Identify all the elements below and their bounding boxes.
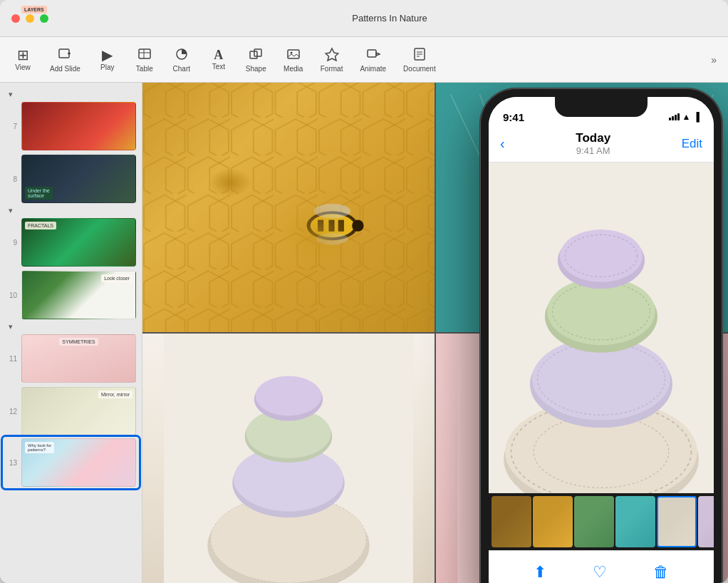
wifi-icon: ▲ bbox=[682, 112, 691, 122]
svg-rect-11 bbox=[368, 50, 376, 57]
fullscreen-button[interactable] bbox=[40, 14, 48, 23]
slide-group-11: ▾ 11 SYMMETRIES bbox=[3, 321, 139, 384]
document-icon bbox=[412, 47, 427, 63]
shape-icon bbox=[249, 47, 263, 63]
main-content: ▾ 7 LAYERS 8 Under thesurface bbox=[0, 83, 728, 583]
format-button[interactable]: Format bbox=[313, 43, 350, 77]
chevron-down-icon: ▾ bbox=[9, 90, 13, 99]
slide-item-11[interactable]: 11 SYMMETRIES bbox=[3, 333, 139, 384]
iphone-notch bbox=[555, 97, 648, 117]
document-button[interactable]: Document bbox=[396, 43, 443, 77]
toolbar-more-button[interactable]: » bbox=[705, 48, 722, 71]
thumbnail-6[interactable] bbox=[698, 496, 714, 547]
format-label: Format bbox=[321, 65, 343, 73]
iphone-edit-button[interactable]: Edit bbox=[682, 137, 702, 151]
chart-label: Chart bbox=[173, 65, 190, 73]
svg-point-20 bbox=[307, 211, 358, 240]
thumbnail-5-selected[interactable] bbox=[657, 496, 697, 547]
signal-bars bbox=[669, 113, 680, 120]
iphone-screen: 9:41 ▲ ▐ bbox=[489, 97, 714, 583]
iphone-nav-bar: ‹ Today 9:41 AM Edit bbox=[489, 128, 714, 162]
svg-point-48 bbox=[256, 376, 322, 416]
view-icon: ⊞ bbox=[17, 48, 29, 62]
slide-number-8: 8 bbox=[6, 175, 17, 183]
slide-thumbnail-13: Why look forpatterns? bbox=[21, 438, 136, 487]
svg-point-21 bbox=[311, 214, 355, 237]
iphone-frame: 9:41 ▲ ▐ bbox=[480, 88, 722, 583]
document-label: Document bbox=[403, 65, 436, 73]
battery-icon: ▐ bbox=[693, 112, 700, 122]
slide-group-header-9: ▾ bbox=[3, 205, 139, 217]
media-button[interactable]: Media bbox=[276, 43, 311, 77]
add-slide-button[interactable]: Add Slide bbox=[43, 43, 88, 77]
play-button[interactable]: ▶ Play bbox=[90, 43, 125, 76]
thumbnail-1[interactable] bbox=[492, 496, 531, 547]
slide-number-9: 9 bbox=[6, 239, 17, 247]
view-button[interactable]: ⊞ View bbox=[6, 43, 40, 76]
signal-bar-3 bbox=[675, 115, 677, 120]
iphone-device: 9:41 ▲ ▐ bbox=[480, 88, 722, 577]
slide-number-12: 12 bbox=[6, 408, 17, 416]
traffic-lights bbox=[11, 14, 48, 23]
slide-thumbnail-10: Look closer bbox=[21, 271, 136, 319]
slide-thumbnail-9: FRACTALS bbox=[21, 218, 136, 267]
table-button[interactable]: Table bbox=[128, 43, 162, 77]
play-label: Play bbox=[100, 63, 114, 71]
slide-item-9[interactable]: 9 FRACTALS bbox=[3, 217, 139, 268]
close-button[interactable] bbox=[11, 14, 20, 23]
slide-item-12[interactable]: 12 Mirror, mirror bbox=[3, 386, 139, 437]
slide-group-9: ▾ 9 FRACTALS bbox=[3, 205, 139, 268]
heart-button[interactable]: ♡ bbox=[593, 563, 607, 582]
share-button[interactable]: ⬆ bbox=[534, 563, 546, 582]
add-slide-label: Add Slide bbox=[50, 65, 80, 73]
slide-thumbnail-11: SYMMETRIES bbox=[21, 334, 136, 383]
back-chevron-icon: ‹ bbox=[500, 135, 505, 152]
slide-item-10[interactable]: 10 Look closer bbox=[3, 269, 139, 321]
slide-number-10: 10 bbox=[6, 292, 17, 299]
thumbnail-2[interactable] bbox=[533, 496, 573, 547]
slide-item-13[interactable]: 13 Why look forpatterns? bbox=[3, 437, 139, 488]
media-icon bbox=[286, 47, 301, 63]
canvas-quadrant-honeycomb bbox=[142, 83, 435, 332]
animate-icon bbox=[366, 47, 380, 63]
svg-rect-24 bbox=[338, 220, 344, 231]
svg-rect-9 bbox=[288, 50, 299, 58]
svg-rect-18 bbox=[142, 83, 435, 332]
slide-thumbnail-8: Under thesurface bbox=[21, 155, 136, 203]
title-bar: Patterns In Nature bbox=[0, 0, 728, 37]
thumbnail-3[interactable] bbox=[574, 496, 614, 547]
slide-number-13: 13 bbox=[6, 459, 17, 467]
svg-point-26 bbox=[314, 204, 350, 219]
svg-rect-7 bbox=[250, 51, 257, 58]
minimize-button[interactable] bbox=[26, 14, 34, 23]
iphone-nav-title: Today bbox=[576, 131, 610, 145]
slide-item-8[interactable]: 8 Under thesurface bbox=[3, 153, 139, 205]
slide-thumbnail-12: Mirror, mirror bbox=[21, 387, 136, 435]
shape-button[interactable]: Shape bbox=[239, 43, 274, 77]
signal-bar-1 bbox=[669, 118, 671, 120]
text-button[interactable]: A Text bbox=[202, 44, 236, 75]
svg-point-27 bbox=[316, 233, 348, 244]
slide-number-11: 11 bbox=[6, 355, 17, 363]
thumbnail-4[interactable] bbox=[615, 496, 655, 547]
back-button[interactable]: ‹ bbox=[500, 135, 505, 152]
slide-item-7[interactable]: 7 LAYERS bbox=[3, 100, 139, 152]
iphone-nav-subtitle: 9:41 AM bbox=[576, 145, 610, 156]
chart-button[interactable]: Chart bbox=[165, 43, 199, 77]
view-label: View bbox=[15, 63, 31, 71]
add-slide-icon bbox=[58, 47, 72, 63]
iphone-bottom-toolbar: ⬆ ♡ 🗑 bbox=[489, 550, 714, 583]
iphone-thumbnails bbox=[489, 493, 714, 550]
slide-group-7: ▾ 7 LAYERS bbox=[3, 88, 139, 152]
table-label: Table bbox=[136, 65, 153, 73]
delete-button[interactable]: 🗑 bbox=[653, 563, 669, 582]
text-label: Text bbox=[212, 63, 225, 71]
animate-button[interactable]: Animate bbox=[353, 43, 393, 77]
slide-panel: ▾ 7 LAYERS 8 Under thesurface bbox=[0, 83, 142, 583]
svg-point-76 bbox=[560, 229, 643, 282]
svg-rect-22 bbox=[318, 220, 323, 231]
toolbar: ⊞ View Add Slide ▶ Play bbox=[0, 37, 728, 83]
svg-rect-23 bbox=[328, 220, 334, 231]
window-title: Patterns In Nature bbox=[63, 13, 717, 24]
media-label: Media bbox=[284, 65, 303, 73]
